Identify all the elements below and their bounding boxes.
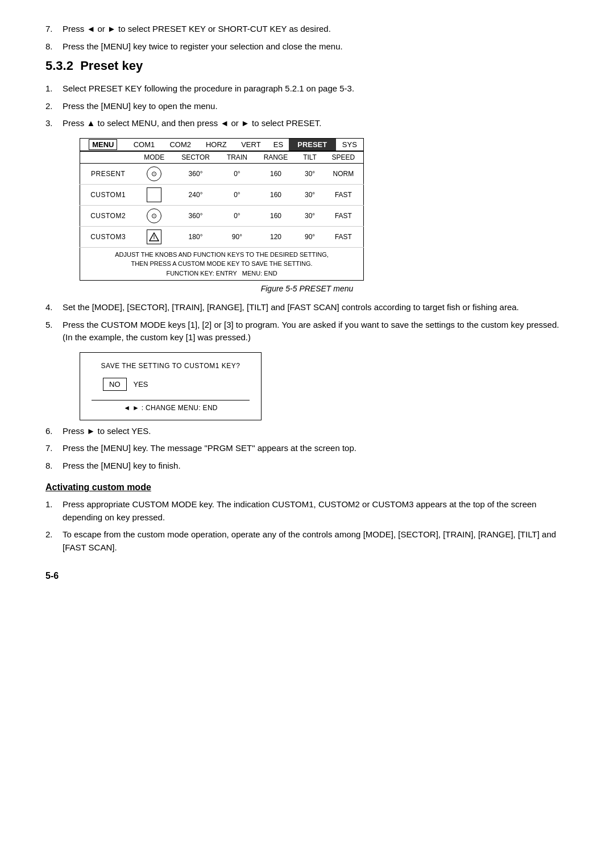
step-text-p3: Press ▲ to select MENU, and then press ◄… <box>63 117 569 130</box>
tilt-custom1: 30° <box>296 184 323 205</box>
range-present: 160 <box>255 163 297 184</box>
preset-step-2: 2. Press the [MENU] key to open the menu… <box>45 100 569 113</box>
step-num-4: 4. <box>45 301 63 314</box>
table-row-custom3: CUSTOM3 180° 90° 120 90° FAST <box>80 226 364 247</box>
speed-present: NORM <box>323 163 364 184</box>
step-4: 4. Set the [MODE], [SECTOR], [TRAIN], [R… <box>45 301 569 314</box>
step-num-5: 5. <box>45 319 63 344</box>
activating-section-heading: Activating custom mode <box>45 482 569 493</box>
step-num-8b: 8. <box>45 460 63 473</box>
table-row-present: PRESENT ⊙ 360° 0° 160 30° NORM <box>80 163 364 184</box>
vert-label: VERT <box>234 139 268 151</box>
step-text-7: Press ◄ or ► to select PRESET KEY or SHO… <box>63 23 569 36</box>
activating-step-num-1: 1. <box>45 498 63 524</box>
save-dialog: SAVE THE SETTING TO CUSTOM1 KEY? NO YES … <box>80 352 262 420</box>
page-number: 5-6 <box>45 571 569 581</box>
col-h-train: TRAIN <box>219 151 255 163</box>
col-h-sector: SECTOR <box>172 151 219 163</box>
intro-step-8: 8. Press the [MENU] key twice to registe… <box>45 40 569 53</box>
step-7: 7. Press the [MENU] key. The message "PR… <box>45 442 569 455</box>
step-num-7: 7. <box>45 23 63 36</box>
section-title: Preset key <box>80 59 143 73</box>
save-dialog-buttons: NO YES <box>92 378 250 391</box>
activating-step-1: 1. Press appropriate CUSTOM MODE key. Th… <box>45 498 569 524</box>
fig-caption: Figure 5-5 PRESET menu <box>45 284 569 293</box>
preset-step-3: 3. Press ▲ to select MENU, and then pres… <box>45 117 569 130</box>
speed-custom2: FAST <box>323 205 364 226</box>
step-text-6: Press ► to select YES. <box>63 425 569 438</box>
save-dialog-title: SAVE THE SETTING TO CUSTOM1 KEY? <box>92 362 250 370</box>
yes-button[interactable]: YES <box>127 378 154 390</box>
row-label-present: PRESENT <box>80 163 136 184</box>
nav-separator <box>92 400 250 400</box>
intro-step-7: 7. Press ◄ or ► to select PRESET KEY or … <box>45 23 569 36</box>
section-number: 5.3.2 <box>45 59 73 73</box>
com2-label: COM2 <box>162 139 198 151</box>
range-custom1: 160 <box>255 184 297 205</box>
step-5: 5. Press the CUSTOM MODE keys [1], [2] o… <box>45 319 569 344</box>
activating-step-2: 2. To escape from the custom mode operat… <box>45 528 569 554</box>
step-num-8: 8. <box>45 40 63 53</box>
step-num-6: 6. <box>45 425 63 438</box>
step-num-7b: 7. <box>45 442 63 455</box>
range-custom3: 120 <box>255 226 297 247</box>
col-h-tilt: TILT <box>296 151 323 163</box>
step-text-4: Set the [MODE], [SECTOR], [TRAIN], [RANG… <box>63 301 569 314</box>
sector-custom1: 240° <box>172 184 219 205</box>
speed-custom3: FAST <box>323 226 364 247</box>
com1-label: COM1 <box>126 139 163 151</box>
menu-header-row: MENU COM1 COM2 HORZ VERT ES PRESET SYS <box>80 138 364 151</box>
preset-steps-1-3: 1. Select PRESET KEY following the proce… <box>45 82 569 130</box>
mode-icon-custom2: ⊙ <box>136 205 172 226</box>
steps-4-5: 4. Set the [MODE], [SECTOR], [TRAIN], [R… <box>45 301 569 344</box>
range-custom2: 160 <box>255 205 297 226</box>
table-footer-row: ADJUST THE KNOBS AND FUNCTION KEYS TO TH… <box>80 247 364 281</box>
row-label-custom1: CUSTOM1 <box>80 184 136 205</box>
speed-custom1: FAST <box>323 184 364 205</box>
train-custom2: 0° <box>219 205 255 226</box>
intro-steps: 7. Press ◄ or ► to select PRESET KEY or … <box>45 23 569 53</box>
col-h-empty <box>80 151 136 163</box>
sector-custom3: 180° <box>172 226 219 247</box>
train-present: 0° <box>219 163 255 184</box>
activating-step-num-2: 2. <box>45 528 63 554</box>
row-label-custom2: CUSTOM2 <box>80 205 136 226</box>
step-text-8: Press the [MENU] key twice to register y… <box>63 40 569 53</box>
sector-custom2: 360° <box>172 205 219 226</box>
step-text-5: Press the CUSTOM MODE keys [1], [2] or [… <box>63 319 569 344</box>
tilt-present: 30° <box>296 163 323 184</box>
no-button[interactable]: NO <box>103 378 127 391</box>
steps-6-8: 6. Press ► to select YES. 7. Press the [… <box>45 425 569 473</box>
activating-step-text-2: To escape from the custom mode operation… <box>63 528 569 554</box>
tilt-custom3: 90° <box>296 226 323 247</box>
preset-step-1: 1. Select PRESET KEY following the proce… <box>45 82 569 95</box>
col-header-row: MODE SECTOR TRAIN RANGE TILT SPEED <box>80 151 364 163</box>
col-h-range: RANGE <box>255 151 297 163</box>
mode-icon-custom1 <box>136 184 172 205</box>
sector-present: 360° <box>172 163 219 184</box>
step-text-p1: Select PRESET KEY following the procedur… <box>63 82 569 95</box>
step-num-p1: 1. <box>45 82 63 95</box>
col-h-mode: MODE <box>136 151 172 163</box>
section-heading: 5.3.2 Preset key <box>45 59 569 73</box>
step-text-7b: Press the [MENU] key. The message "PRGM … <box>63 442 569 455</box>
tilt-custom2: 30° <box>296 205 323 226</box>
step-num-p3: 3. <box>45 117 63 130</box>
row-label-custom3: CUSTOM3 <box>80 226 136 247</box>
horz-label: HORZ <box>198 139 234 151</box>
step-num-p2: 2. <box>45 100 63 113</box>
menu-label: MENU <box>89 139 117 150</box>
preset-label: PRESET <box>289 139 336 151</box>
table-row-custom2: CUSTOM2 ⊙ 360° 0° 160 30° FAST <box>80 205 364 226</box>
train-custom3: 90° <box>219 226 255 247</box>
mode-icon-present: ⊙ <box>136 163 172 184</box>
table-row-custom1: CUSTOM1 240° 0° 160 30° FAST <box>80 184 364 205</box>
preset-table: MENU COM1 COM2 HORZ VERT ES PRESET SYS <box>80 138 364 281</box>
step-text-8b: Press the [MENU] key to finish. <box>63 460 569 473</box>
table-footer-note: ADJUST THE KNOBS AND FUNCTION KEYS TO TH… <box>80 247 364 281</box>
mode-icon-custom3 <box>136 226 172 247</box>
save-dialog-nav: ◄ ► : CHANGE MENU: END <box>92 404 250 412</box>
step-6: 6. Press ► to select YES. <box>45 425 569 438</box>
es-label: ES <box>268 139 289 151</box>
activating-step-text-1: Press appropriate CUSTOM MODE key. The i… <box>63 498 569 524</box>
